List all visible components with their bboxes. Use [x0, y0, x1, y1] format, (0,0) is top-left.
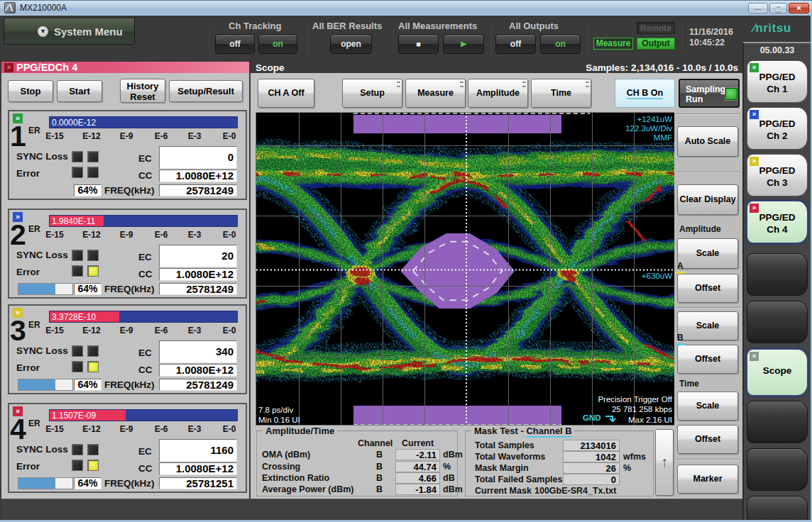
- svg-text:122.3uW/Div: 122.3uW/Div: [625, 124, 672, 133]
- svg-text:+630uW: +630uW: [642, 272, 672, 280]
- svg-text:Min 0.16 UI: Min 0.16 UI: [258, 416, 300, 424]
- svg-text:MMF: MMF: [654, 133, 672, 142]
- svg-text:Max 2.16 UI: Max 2.16 UI: [628, 416, 672, 424]
- svg-text:Precision Trigger Off: Precision Trigger Off: [598, 395, 672, 404]
- svg-text:7.8 ps/div: 7.8 ps/div: [258, 406, 293, 414]
- svg-text:+1241uW: +1241uW: [637, 115, 672, 123]
- svg-text:GND: GND: [583, 413, 601, 422]
- svg-text:25 781 258 kbps: 25 781 258 kbps: [612, 405, 672, 413]
